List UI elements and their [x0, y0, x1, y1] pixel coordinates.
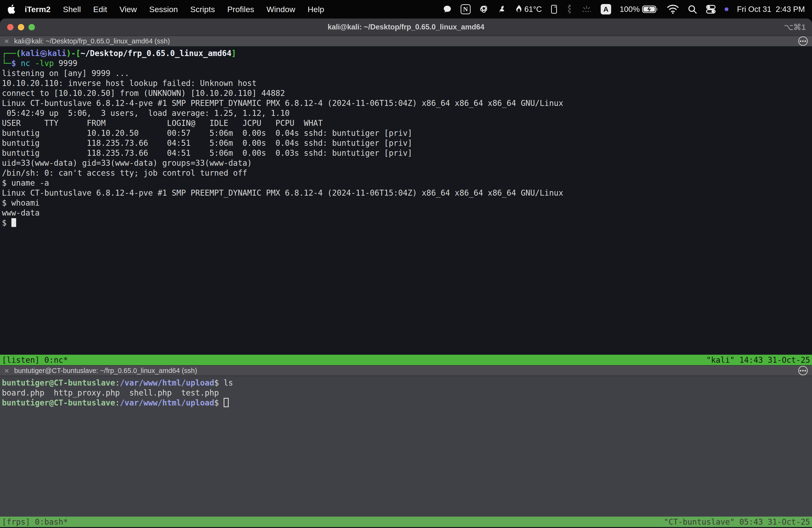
menu-item-view[interactable]: View: [119, 5, 137, 14]
terminal-line: Linux CT-buntuslave 6.8.12-4-pve #1 SMP …: [2, 98, 812, 108]
tab-options-icon[interactable]: •••: [798, 366, 808, 375]
terminal-line: /bin/sh: 0: can't access tty; job contro…: [2, 168, 812, 178]
menu-bar-clock[interactable]: Fri Oct 31 2:43 PM: [737, 5, 805, 14]
menu-item-profiles[interactable]: Profiles: [227, 5, 254, 14]
tab-title-session1[interactable]: kali@kali: ~/Desktop/frp_0.65.0_linux_am…: [14, 37, 170, 45]
terminal-line: buntutiger@CT-buntuslave:/var/www/html/u…: [2, 398, 812, 408]
temperature-flame-icon[interactable]: 61°C: [515, 4, 542, 14]
iterm2-window: kali@kali: ~/Desktop/frp_0.65.0_linux_am…: [0, 18, 812, 528]
terminal-pane-buntuslave[interactable]: buntutiger@CT-buntuslave:/var/www/html/u…: [0, 376, 812, 517]
terminal-line: connect to [10.10.20.50] from (UNKNOWN) …: [2, 88, 812, 98]
menu-items: iTerm2ShellEditViewSessionScriptsProfile…: [25, 5, 324, 14]
terminal-line: buntutiger@CT-buntuslave:/var/www/html/u…: [2, 378, 812, 388]
keyboard-brightness-icon[interactable]: [581, 4, 592, 14]
wifi-icon[interactable]: [667, 4, 679, 14]
menu-item-session[interactable]: Session: [149, 5, 178, 14]
tmux-session-windows[interactable]: [frps] 0:bash*: [2, 517, 68, 527]
menu-item-shell[interactable]: Shell: [63, 5, 81, 14]
menu-item-help[interactable]: Help: [307, 5, 324, 14]
tab-bar-session2: × buntutiger@CT-buntuslave: ~/frp_0.65.0…: [0, 365, 812, 376]
battery-indicator[interactable]: 100%: [620, 4, 658, 14]
tab-options-icon[interactable]: •••: [798, 36, 808, 46]
tmux-status-bar-listen: [listen] 0:nc* "kali" 14:43 31-Oct-25: [0, 355, 812, 365]
notion-icon[interactable]: N: [461, 4, 470, 14]
notification-dot: [725, 8, 728, 11]
input-source-icon[interactable]: A: [601, 4, 611, 14]
menu-item-window[interactable]: Window: [267, 5, 295, 14]
battery-percent: 100%: [620, 5, 640, 14]
terminal-line: $ whoami: [2, 198, 812, 208]
tmux-host-clock: "kali" 14:43 31-Oct-25: [706, 355, 810, 365]
terminal-line: buntutig 10.10.20.50 00:57 5:06m 0.00s 0…: [2, 128, 812, 138]
menu-item-iterm2[interactable]: iTerm2: [25, 5, 50, 14]
close-tab-icon[interactable]: ×: [4, 367, 9, 375]
spotlight-search-icon[interactable]: [687, 4, 697, 14]
tmux-host-clock: "CT-buntuslave" 05:43 31-Oct-25: [664, 517, 810, 527]
window-title-bar[interactable]: kali@kali: ~/Desktop/frp_0.65.0_linux_am…: [0, 18, 812, 36]
window-shortcut-badge: ⌥⌘1: [784, 18, 806, 35]
openai-icon[interactable]: [479, 4, 489, 14]
terminal-line: 05:42:49 up 5:06, 3 users, load average:…: [2, 108, 812, 118]
tab-title-session2[interactable]: buntutiger@CT-buntuslave: ~/frp_0.65.0_l…: [14, 367, 197, 375]
terminal-line: uid=33(www-data) gid=33(www-data) groups…: [2, 158, 812, 168]
terminal-line: $: [2, 218, 812, 228]
device-icon[interactable]: [550, 4, 558, 14]
terminal-line: ┌──(kali㉿kali)-[~/Desktop/frp_0.65.0_lin…: [2, 48, 812, 58]
tmux-status-bar-frps: [frps] 0:bash* "CT-buntuslave" 05:43 31-…: [0, 517, 812, 527]
terminal-line: $ uname -a: [2, 178, 812, 188]
window-title: kali@kali: ~/Desktop/frp_0.65.0_linux_am…: [0, 18, 812, 35]
terminal-line: buntutig 118.235.73.66 04:51 5:06m 0.00s…: [2, 148, 812, 158]
terminal-line: USER TTY FROM LOGIN@ IDLE JCPU PCPU WHAT: [2, 118, 812, 128]
terminal-line: www-data: [2, 208, 812, 218]
terminal-line: └─$ nc -lvp 9999: [2, 58, 812, 68]
menu-item-scripts[interactable]: Scripts: [190, 5, 215, 14]
temperature-value: 61°C: [524, 5, 542, 14]
chat-bubble-icon[interactable]: [443, 4, 452, 14]
terminal-line: Linux CT-buntuslave 6.8.12-4-pve #1 SMP …: [2, 188, 812, 198]
terminal-line: buntutig 118.235.73.66 04:51 5:06m 0.00s…: [2, 138, 812, 148]
status-icons: N 61°C: [443, 4, 805, 14]
tab-bar-session1: × kali@kali: ~/Desktop/frp_0.65.0_linux_…: [0, 36, 812, 46]
tmux-session-windows[interactable]: [listen] 0:nc*: [2, 355, 68, 365]
close-tab-icon[interactable]: ×: [4, 37, 9, 45]
menu-item-edit[interactable]: Edit: [93, 5, 107, 14]
apple-menu-icon[interactable]: [7, 4, 17, 15]
terminal-line: listening on [any] 9999 ...: [2, 68, 812, 78]
terminal-line: board.php http_proxy.php shell.php test.…: [2, 388, 812, 398]
battery-icon: [642, 5, 658, 13]
terminal-pane-kali[interactable]: ┌──(kali㉿kali)-[~/Desktop/frp_0.65.0_lin…: [0, 46, 812, 355]
snake-icon[interactable]: [566, 4, 572, 14]
terminal-line: 10.10.20.110: inverse host lookup failed…: [2, 78, 812, 88]
hand-leaf-icon[interactable]: [497, 4, 507, 14]
control-center-icon[interactable]: [706, 4, 716, 14]
macos-menu-bar: iTerm2ShellEditViewSessionScriptsProfile…: [0, 0, 812, 18]
